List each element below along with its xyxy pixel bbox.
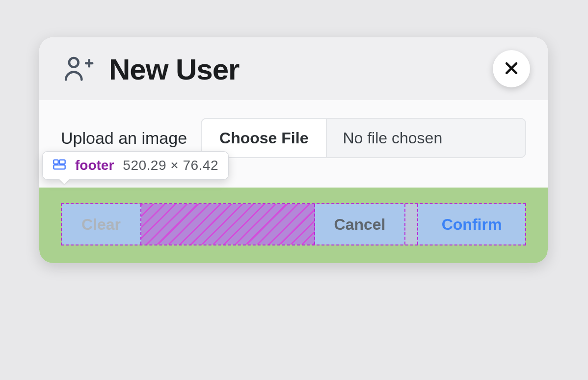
footer-flex-gap <box>141 204 315 244</box>
user-plus-icon <box>61 51 95 87</box>
devtools-tooltip: footer 520.29 × 76.42 <box>42 151 229 180</box>
devtools-dimensions: 520.29 × 76.42 <box>123 158 218 173</box>
footer-cell-cancel: Cancel <box>315 204 405 244</box>
cancel-button[interactable]: Cancel <box>334 216 386 234</box>
clear-button[interactable]: Clear <box>81 216 121 234</box>
file-status-text: No file chosen <box>327 119 525 157</box>
svg-point-0 <box>69 58 79 67</box>
svg-rect-6 <box>59 160 65 164</box>
dialog-header: New User <box>39 37 548 100</box>
confirm-button[interactable]: Confirm <box>442 216 502 234</box>
devtools-element-name: footer <box>75 158 114 173</box>
close-icon <box>503 60 520 78</box>
svg-rect-7 <box>53 165 65 169</box>
svg-rect-5 <box>53 160 58 164</box>
dialog-footer: footer 520.29 × 76.42 Clear Cancel Confi… <box>39 188 548 263</box>
flex-icon <box>53 158 66 173</box>
new-user-dialog: New User Upload an image Choose File No … <box>39 37 548 263</box>
close-button[interactable] <box>493 50 530 87</box>
footer-cell-margin <box>405 204 418 244</box>
file-picker: Choose File No file chosen <box>201 118 526 158</box>
footer-cell-clear: Clear <box>62 204 141 244</box>
upload-label: Upload an image <box>61 129 187 148</box>
dialog-title: New User <box>109 53 239 86</box>
footer-cell-confirm: Confirm <box>418 204 525 244</box>
footer-flex-overlay: Clear Cancel Confirm <box>61 203 526 245</box>
